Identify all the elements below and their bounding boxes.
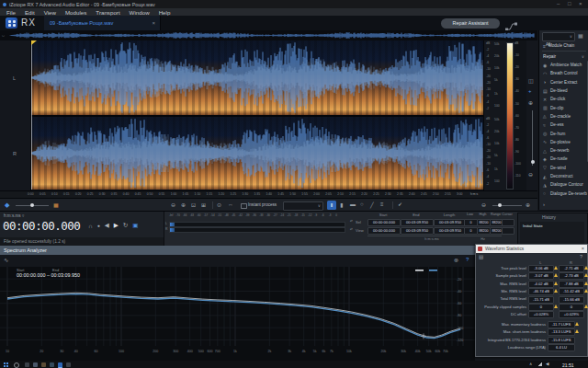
field-sel-time-1[interactable]: 00:03:09.950 (401, 219, 434, 226)
module-item-dialogue-de-reverb[interactable]: ○Dialogue De-reverb (539, 189, 587, 197)
taskbar-search-icon[interactable] (14, 362, 19, 368)
tray-chevron-icon[interactable]: ∧ (529, 362, 532, 366)
hzoom-in-icon[interactable]: ⊕ (526, 201, 530, 208)
module-item-de-plosive[interactable]: ∿De-plosive (539, 138, 587, 146)
field-view-freq-0[interactable]: 0 (464, 227, 478, 235)
skip-back-button[interactable]: ◀ (105, 222, 109, 229)
repair-assistant-button[interactable]: Repair Assistant (441, 18, 500, 29)
spectrum-settings-gear-icon[interactable]: ⊛ (454, 257, 458, 263)
field-view-time-1[interactable]: 00:03:09.950 (401, 227, 434, 235)
taskbar-clock[interactable]: 21:51 (562, 362, 574, 368)
category-header-repair[interactable]: Repair ∨ (539, 52, 588, 61)
module-item-breath-control[interactable]: ◠Breath Control (539, 69, 587, 77)
time-format-selector[interactable]: h:m:s.ms ▿ (4, 213, 24, 218)
tray-network-icon[interactable] (538, 362, 542, 366)
time-selection-tool[interactable]: ‖ (327, 201, 336, 210)
waveform-statistics-window[interactable]: Waveform Statistics × ▤ ? L R True peak … (475, 244, 588, 357)
pan-hand-icon[interactable]: ↔ (228, 201, 233, 207)
monitor-headphones-icon[interactable]: ∩ (88, 223, 93, 229)
field-sel-freq-0[interactable]: 0 (464, 219, 478, 226)
module-filter-dropdown[interactable]: All ∨ (542, 32, 575, 41)
module-item-de-ess[interactable]: ≈De-ess (539, 121, 587, 129)
stats-titlebar[interactable]: Waveform Statistics × (476, 245, 587, 253)
taskbar-app-icon[interactable] (41, 362, 46, 367)
link-row-icon[interactable]: ⇄ (350, 228, 353, 232)
zoom-out-icon[interactable]: ⊖ (171, 201, 175, 208)
field-sel-cursor[interactable] (502, 219, 514, 226)
izotope-spark-icon[interactable]: ◆ (5, 201, 9, 209)
module-item-ambience-match[interactable]: ◉Ambience Match (539, 61, 587, 69)
module-item-de-click[interactable]: ✕De-click (539, 95, 587, 103)
zoom-selection-icon[interactable]: ⊡ (191, 201, 196, 208)
module-item-de-bleed[interactable]: ▤De-bleed (539, 86, 587, 95)
minimize-button[interactable]: – (557, 1, 560, 6)
module-chain-item[interactable]: ≡ Module Chain (539, 41, 588, 50)
module-item-dialogue-contour[interactable]: ◮Dialogue Contour (539, 180, 587, 189)
lasso-tool[interactable]: ○ (360, 201, 364, 207)
hzoom-slider-track[interactable] (492, 205, 522, 206)
module-item-de-rustle[interactable]: ◈De-rustle (539, 155, 587, 163)
stats-help-icon[interactable]: ? (580, 254, 582, 259)
blend-slider-knob[interactable] (30, 203, 34, 207)
field-view-freq-1[interactable]: 88200 (477, 227, 491, 235)
module-more-button[interactable]: › (543, 201, 545, 207)
brush-tool[interactable]: ╱ (370, 201, 374, 208)
spectrum-help-icon[interactable]: ? (466, 257, 469, 262)
spectrogram-settings-icon[interactable]: ▦ (53, 201, 59, 208)
wand-tool[interactable]: ≡ (380, 201, 384, 207)
instant-process-checkbox[interactable] (241, 203, 247, 210)
taskbar-app-icon-active[interactable] (58, 362, 62, 368)
crosshair-icon[interactable]: + (528, 88, 532, 94)
zoom-in-icon[interactable]: ⊕ (181, 201, 186, 208)
output-meters[interactable]: L R -Inf-70-66-63-60-57-54-51-48-45-42-3… (165, 212, 347, 247)
colormap-legend[interactable] (506, 42, 514, 190)
module-item-de-wind[interactable]: ▽De-wind (539, 164, 587, 172)
module-item-deconstruct[interactable]: ◭Deconstruct (539, 172, 587, 180)
zoom-fit-icon[interactable]: ⊞ (201, 201, 206, 208)
zoom-in-vertical-icon[interactable]: ⊕ (528, 99, 533, 106)
file-tab[interactable]: 09 -Бамбуковые Рощи.wav × (44, 16, 161, 30)
time-frequency-selection-tool[interactable]: ▬ (350, 201, 356, 207)
link-row-icon[interactable]: ⇄ (350, 220, 353, 224)
tab-close-icon[interactable]: × (152, 20, 160, 26)
taskbar-app-icon[interactable] (33, 362, 38, 367)
frequency-selection-tool[interactable]: ▮ (340, 201, 343, 208)
close-button[interactable]: × (579, 1, 582, 6)
tray-volume-icon[interactable]: ◀ (546, 362, 548, 366)
copy-stats-icon[interactable]: ▤ (479, 254, 483, 259)
spectrum-wave-icon[interactable]: ∿ (4, 257, 8, 264)
module-item-de-hum[interactable]: ◎De-hum (539, 129, 587, 137)
module-item-de-reverb[interactable]: △De-reverb (539, 146, 587, 155)
stats-close-icon[interactable]: × (582, 246, 584, 251)
channel-left[interactable] (31, 40, 483, 115)
composite-view-icon[interactable]: ◫ (528, 77, 534, 84)
field-view-cursor[interactable] (502, 227, 514, 235)
play-button[interactable]: ▶ (114, 222, 119, 229)
minimap-link-icon[interactable]: ⇔ (1, 32, 6, 38)
vertical-zoom-slider[interactable] (532, 110, 533, 166)
field-sel-time-2[interactable]: 00:03:09.950 (434, 219, 467, 226)
module-item-de-clip[interactable]: ▥De-clip (539, 103, 587, 111)
field-sel-freq-1[interactable]: 88200 (477, 219, 491, 226)
taskbar-app-icon[interactable] (66, 362, 71, 367)
apply-check-icon[interactable]: ✓ (398, 201, 402, 207)
vertical-zoom-knob[interactable] (531, 160, 535, 164)
field-view-time-0[interactable]: 00:00:00.000 (368, 227, 401, 235)
history-item[interactable]: Initial State (520, 222, 584, 230)
process-mode-dropdown[interactable]: Attenuate ∨ (283, 201, 323, 212)
hzoom-out-icon[interactable]: ⊖ (481, 201, 486, 208)
spectrum-plot[interactable]: 10203040601002003004005006007001k2k3k4k5… (0, 267, 475, 361)
maximize-button[interactable]: □ (568, 1, 571, 6)
playhead-flag-icon[interactable] (31, 40, 37, 45)
field-sel-time-0[interactable]: 00:00:00.000 (368, 219, 401, 226)
channel-right[interactable] (31, 117, 483, 190)
record-button[interactable]: ● (97, 223, 100, 228)
loop-playback-toggle[interactable]: ▣ (132, 222, 138, 229)
zoom-out-vertical-icon[interactable]: ⊖ (528, 171, 533, 178)
playhead-line[interactable] (31, 40, 32, 190)
module-grid-icon[interactable]: ▦ (578, 32, 583, 39)
time-display[interactable]: 00:00:00.000 (3, 219, 80, 233)
field-view-time-2[interactable]: 00:03:09.950 (434, 227, 467, 235)
magnifier-tool-icon[interactable]: ⊙ (217, 201, 221, 208)
hzoom-slider-knob[interactable] (498, 203, 502, 207)
